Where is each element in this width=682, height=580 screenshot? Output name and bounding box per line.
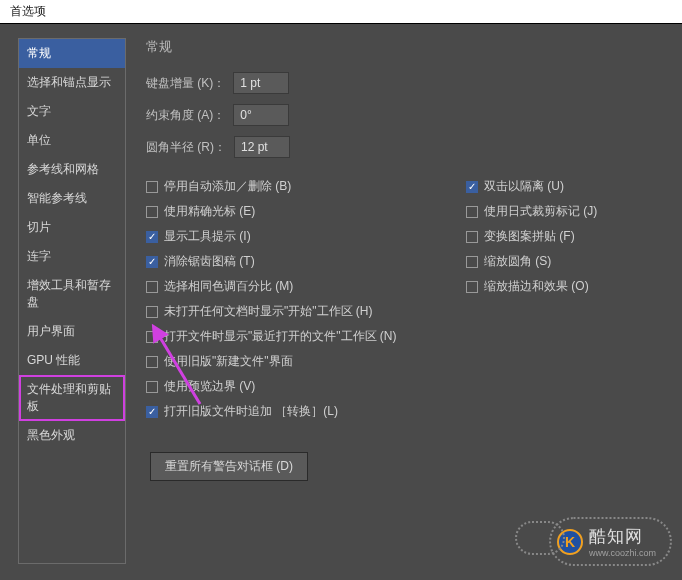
left-check-row-5[interactable]: 未打开任何文档时显示"开始"工作区 (H)	[146, 303, 466, 320]
left-check-row-4[interactable]: 选择相同色调百分比 (M)	[146, 278, 466, 295]
checkbox-icon[interactable]	[146, 231, 158, 243]
left-check-row-1[interactable]: 使用精确光标 (E)	[146, 203, 466, 220]
sidebar: 常规选择和锚点显示文字单位参考线和网格智能参考线切片连字增效工具和暂存盘用户界面…	[18, 38, 126, 564]
sidebar-item-10[interactable]: GPU 性能	[19, 346, 125, 375]
checkbox-icon[interactable]	[146, 306, 158, 318]
checkbox-icon[interactable]	[466, 256, 478, 268]
left-check-row-0[interactable]: 停用自动添加／删除 (B)	[146, 178, 466, 195]
checkbox-label: 打开文件时显示"最近打开的文件"工作区 (N)	[164, 328, 397, 345]
main-panel: 常规 键盘增量 (K)：约束角度 (A)：圆角半径 (R)： 停用自动添加／删除…	[126, 38, 672, 564]
section-title: 常规	[146, 38, 672, 56]
sidebar-item-3[interactable]: 单位	[19, 126, 125, 155]
field-row-0: 键盘增量 (K)：	[146, 72, 672, 94]
sidebar-item-1[interactable]: 选择和锚点显示	[19, 68, 125, 97]
watermark-text: 酷知网	[589, 525, 656, 548]
checkbox-icon[interactable]	[146, 181, 158, 193]
left-check-row-7[interactable]: 使用旧版"新建文件"界面	[146, 353, 466, 370]
checkbox-label: 选择相同色调百分比 (M)	[164, 278, 293, 295]
sidebar-item-5[interactable]: 智能参考线	[19, 184, 125, 213]
checkbox-columns: 停用自动添加／删除 (B)使用精确光标 (E)显示工具提示 (I)消除锯齿图稿 …	[146, 178, 672, 428]
sidebar-item-12[interactable]: 黑色外观	[19, 421, 125, 450]
checkbox-label: 显示工具提示 (I)	[164, 228, 251, 245]
checkbox-icon[interactable]	[146, 381, 158, 393]
field-label: 圆角半径 (R)：	[146, 139, 226, 156]
right-check-row-2[interactable]: 变换图案拼贴 (F)	[466, 228, 672, 245]
checkbox-icon[interactable]	[466, 231, 478, 243]
watermark: K 酷知网 www.coozhi.com	[549, 517, 672, 566]
checkbox-icon[interactable]	[146, 356, 158, 368]
checkbox-icon[interactable]	[146, 406, 158, 418]
sidebar-item-6[interactable]: 切片	[19, 213, 125, 242]
reset-warnings-button[interactable]: 重置所有警告对话框 (D)	[150, 452, 308, 481]
field-input-2[interactable]	[234, 136, 290, 158]
watermark-url: www.coozhi.com	[589, 548, 656, 558]
sidebar-item-0[interactable]: 常规	[19, 39, 125, 68]
left-check-row-8[interactable]: 使用预览边界 (V)	[146, 378, 466, 395]
right-check-row-1[interactable]: 使用日式裁剪标记 (J)	[466, 203, 672, 220]
dialog-body: 常规选择和锚点显示文字单位参考线和网格智能参考线切片连字增效工具和暂存盘用户界面…	[0, 24, 682, 574]
right-check-row-3[interactable]: 缩放圆角 (S)	[466, 253, 672, 270]
left-check-row-9[interactable]: 打开旧版文件时追加 ［转换］(L)	[146, 403, 466, 420]
checkbox-label: 未打开任何文档时显示"开始"工作区 (H)	[164, 303, 373, 320]
field-label: 约束角度 (A)：	[146, 107, 225, 124]
field-row-2: 圆角半径 (R)：	[146, 136, 672, 158]
window-title: 首选项	[10, 4, 46, 18]
checkbox-label: 消除锯齿图稿 (T)	[164, 253, 255, 270]
checkbox-label: 双击以隔离 (U)	[484, 178, 564, 195]
left-check-row-6[interactable]: 打开文件时显示"最近打开的文件"工作区 (N)	[146, 328, 466, 345]
sidebar-item-9[interactable]: 用户界面	[19, 317, 125, 346]
checkbox-label: 使用旧版"新建文件"界面	[164, 353, 293, 370]
checkbox-label: 使用日式裁剪标记 (J)	[484, 203, 597, 220]
field-input-1[interactable]	[233, 104, 289, 126]
checkbox-icon[interactable]	[146, 206, 158, 218]
checkbox-icon[interactable]	[146, 256, 158, 268]
sidebar-item-2[interactable]: 文字	[19, 97, 125, 126]
sidebar-item-4[interactable]: 参考线和网格	[19, 155, 125, 184]
checkbox-label: 缩放描边和效果 (O)	[484, 278, 589, 295]
checkbox-label: 打开旧版文件时追加 ［转换］(L)	[164, 403, 338, 420]
left-check-row-2[interactable]: 显示工具提示 (I)	[146, 228, 466, 245]
left-check-row-3[interactable]: 消除锯齿图稿 (T)	[146, 253, 466, 270]
sidebar-item-11[interactable]: 文件处理和剪贴板	[19, 375, 125, 421]
checkbox-label: 使用预览边界 (V)	[164, 378, 255, 395]
checkbox-label: 停用自动添加／删除 (B)	[164, 178, 291, 195]
checkbox-icon[interactable]	[466, 206, 478, 218]
sidebar-item-7[interactable]: 连字	[19, 242, 125, 271]
field-row-1: 约束角度 (A)：	[146, 104, 672, 126]
sidebar-item-8[interactable]: 增效工具和暂存盘	[19, 271, 125, 317]
field-input-0[interactable]	[233, 72, 289, 94]
right-check-row-4[interactable]: 缩放描边和效果 (O)	[466, 278, 672, 295]
checkbox-icon[interactable]	[146, 331, 158, 343]
checkbox-icon[interactable]	[146, 281, 158, 293]
checkbox-label: 缩放圆角 (S)	[484, 253, 551, 270]
checkbox-icon[interactable]	[466, 281, 478, 293]
title-bar: 首选项	[0, 0, 682, 24]
field-label: 键盘增量 (K)：	[146, 75, 225, 92]
checkbox-icon[interactable]	[466, 181, 478, 193]
checkbox-label: 使用精确光标 (E)	[164, 203, 255, 220]
right-check-row-0[interactable]: 双击以隔离 (U)	[466, 178, 672, 195]
checkbox-label: 变换图案拼贴 (F)	[484, 228, 575, 245]
